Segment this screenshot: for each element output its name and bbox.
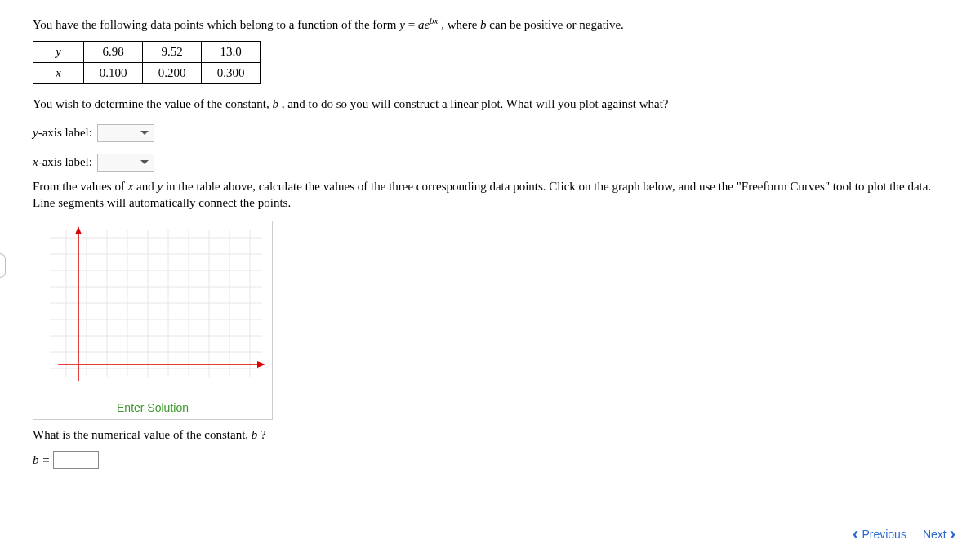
chevron-down-icon (140, 160, 149, 164)
text: = (408, 18, 418, 31)
variable-x: x (128, 180, 134, 193)
variable-b: b (480, 18, 487, 31)
table-cell: 0.200 (143, 63, 202, 84)
graph-instruction-paragraph: From the values of x and y in the table … (33, 178, 947, 212)
text: , and to do so you will construct a line… (282, 97, 669, 110)
text: in the table above, calculate the values… (33, 180, 931, 209)
text: -axis label: (38, 155, 92, 168)
exponent-bx: bx (430, 16, 438, 25)
y-axis-row: y-axis label: (33, 124, 947, 142)
text: What is the numerical value of the const… (33, 428, 252, 441)
variable-y: y (399, 18, 405, 31)
variable-y: y (158, 180, 163, 193)
b-input-row: b = (33, 451, 947, 469)
intro-paragraph: You have the following data points which… (33, 15, 947, 33)
text: can be positive or negative. (489, 18, 624, 31)
text: You have the following data points which… (33, 18, 399, 31)
b-equals-label: b = (33, 453, 50, 467)
enter-solution-button[interactable]: Enter Solution (33, 396, 272, 416)
chevron-down-icon (140, 131, 149, 135)
variable-y: y (33, 126, 38, 139)
text: ? (261, 428, 266, 441)
x-axis-label: x-axis label: (33, 155, 92, 169)
text: You wish to determine the value of the c… (33, 97, 272, 110)
data-table: y 6.98 9.52 13.0 x 0.100 0.200 0.300 (33, 41, 261, 84)
graph-canvas[interactable] (33, 221, 270, 393)
y-axis-label: y-axis label: (33, 126, 92, 140)
instruction-paragraph: You wish to determine the value of the c… (33, 96, 947, 112)
x-axis-row: x-axis label: (33, 154, 947, 172)
text: -axis label: (38, 126, 92, 139)
table-cell: 0.100 (84, 63, 143, 84)
left-drawer-tab[interactable] (0, 253, 6, 278)
variable-b: b (252, 428, 258, 441)
table-cell: 0.300 (202, 63, 261, 84)
final-question: What is the numerical value of the const… (33, 426, 947, 443)
variable-b: b (272, 97, 278, 110)
text: , where (441, 18, 480, 31)
graph-panel[interactable]: Enter Solution (33, 221, 273, 420)
b-value-input[interactable] (53, 451, 99, 469)
y-axis-arrow-icon (75, 226, 82, 234)
table-cell: 9.52 (143, 42, 202, 63)
text: and (136, 180, 157, 193)
table-cell: 6.98 (84, 42, 143, 63)
x-axis-arrow-icon (257, 361, 265, 368)
table-cell: 13.0 (202, 42, 261, 63)
variable-x: x (33, 155, 38, 168)
x-axis-select[interactable] (97, 154, 154, 172)
text: From the values of (33, 180, 128, 193)
y-axis-select[interactable] (97, 124, 154, 142)
table-header-x: x (33, 63, 84, 84)
table-header-y: y (33, 42, 84, 63)
